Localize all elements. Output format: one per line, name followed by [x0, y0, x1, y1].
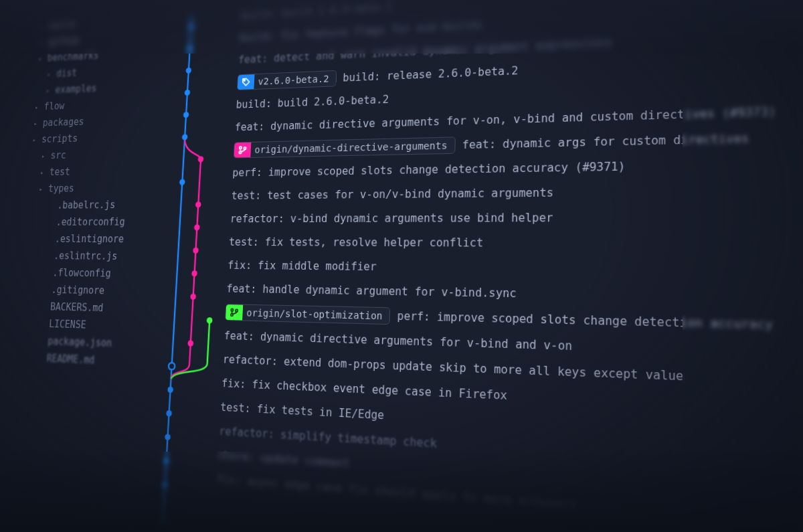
git-branch-icon: [226, 304, 243, 321]
tree-item-label: package.json: [48, 335, 112, 349]
caret-right-icon: ▸: [38, 55, 44, 62]
file-tree-folder[interactable]: ▸test: [24, 162, 147, 181]
caret-right-icon: ▸: [35, 103, 41, 110]
ref-label: v2.6.0-beta.2: [254, 73, 336, 87]
commit-message: refactor: v-bind dynamic arguments use b…: [230, 211, 553, 226]
commit-message: build: release 2.6.0-beta.2: [343, 64, 519, 84]
tree-item-label: .editorconfig: [56, 216, 125, 228]
branch-ref[interactable]: origin/dynamic-directive-arguments: [234, 137, 456, 158]
tree-item-label: README.md: [46, 353, 95, 367]
graph-gutter: [136, 322, 225, 348]
file-tree-folder[interactable]: ▸src: [25, 145, 148, 165]
branch-ref[interactable]: origin/slot-optimization: [225, 304, 390, 325]
commit-graph-panel: build: build 2.6.0-beta.1build: fix feat…: [124, 0, 803, 532]
tree-item-label: github: [48, 35, 80, 48]
tree-item-label: .eslintignore: [55, 233, 124, 245]
tree-item-label: test: [49, 166, 70, 178]
tree-item-label: packages: [42, 116, 84, 128]
tree-item-label: .gitignore: [51, 284, 104, 296]
graph-gutter: [143, 207, 230, 230]
svg-point-21: [244, 80, 245, 81]
tree-item-label: BACKERS.md: [50, 301, 104, 315]
tree-item-label: src: [50, 149, 66, 161]
tree-item-label: scripts: [41, 132, 78, 145]
file-tree-file[interactable]: .flowconfig: [17, 264, 141, 282]
graph-gutter: [127, 462, 217, 492]
graph-gutter: [135, 345, 224, 371]
graph-gutter: [147, 139, 235, 163]
git-branch-icon: [234, 142, 252, 159]
commit-message: test: fix tests, resolve helper conflict: [229, 236, 484, 250]
tree-item-label: .flowconfig: [52, 267, 111, 280]
graph-gutter: [141, 230, 230, 254]
file-tree-folder[interactable]: ▸types: [23, 179, 146, 197]
commit-row[interactable]: refactor: v-bind dynamic arguments use b…: [143, 203, 803, 231]
tree-item-label: dist: [56, 67, 78, 79]
tree-item-label: examples: [55, 82, 97, 96]
tree-item-label: .babelrc.js: [57, 199, 116, 211]
tag-icon: [238, 74, 255, 90]
ref-label: origin/slot-optimization: [242, 307, 389, 322]
tree-item-label: .eslintrc.js: [54, 250, 118, 262]
ref-label: origin/dynamic-directive-arguments: [250, 140, 454, 155]
caret-right-icon: ▸: [39, 185, 45, 193]
graph-gutter: [151, 71, 238, 96]
commit-message: build: build 2.6.0-beta.2: [236, 93, 389, 110]
version-tag[interactable]: v2.6.0-beta.2: [237, 70, 337, 90]
tree-item-label: LICENSE: [49, 318, 86, 331]
commit-message: test: test cases for v-on/v-bind dynamic…: [231, 186, 553, 202]
file-tree-file[interactable]: .gitignore: [15, 280, 140, 300]
file-tree-file[interactable]: .eslintrc.js: [18, 247, 142, 265]
tree-item-label: build: [50, 19, 76, 31]
file-tree-file[interactable]: .eslintignore: [19, 230, 143, 248]
commit-message: perf: improve scoped slots change detect…: [232, 160, 626, 179]
commit-message: chore: update comment: [217, 449, 350, 470]
caret-right-icon: ▸: [48, 70, 54, 78]
commit-message: fix: fix middle modifier: [228, 259, 377, 273]
tree-item-label: benchmarks: [47, 50, 99, 64]
caret-right-icon: ▸: [33, 120, 39, 127]
graph-gutter: [149, 116, 236, 141]
graph-gutter: [144, 185, 232, 208]
tree-item-label: types: [48, 183, 75, 195]
graph-gutter: [146, 161, 234, 185]
file-tree-file[interactable]: .editorconfig: [20, 213, 144, 231]
graph-gutter: [139, 276, 227, 300]
commit-message: perf: improve scoped slots change detect…: [397, 310, 773, 333]
graph-gutter: [150, 94, 237, 119]
tree-item-label: flow: [43, 100, 65, 112]
caret-right-icon: ▸: [46, 86, 52, 94]
commit-message: test: fix tests in IE/Edge: [220, 401, 385, 422]
graph-gutter: [140, 253, 228, 277]
caret-right-icon: ▸: [32, 136, 38, 143]
caret-right-icon: ▸: [41, 152, 48, 159]
caret-right-icon: ▸: [41, 23, 47, 30]
commit-message: feat: dynamic args for custom directives: [462, 132, 749, 151]
caret-right-icon: ▸: [40, 169, 46, 176]
commit-message: feat: handle dynamic argument for v-bind…: [226, 282, 517, 300]
caret-right-icon: ▸: [39, 39, 46, 46]
commit-message: build: build 2.6.0-beta.1: [240, 1, 392, 21]
file-tree-file[interactable]: .babelrc.js: [21, 196, 145, 214]
file-tree-file[interactable]: README.md: [11, 349, 136, 371]
graph-gutter: [137, 298, 226, 324]
